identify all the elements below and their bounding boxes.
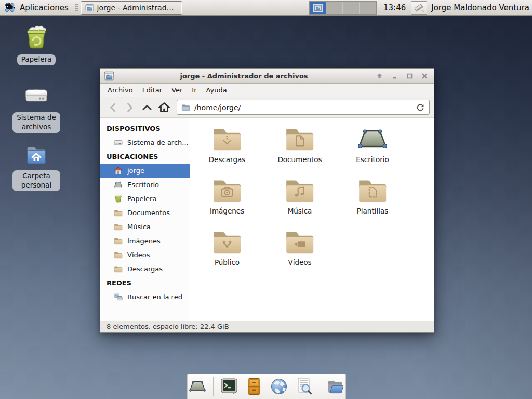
- files-grid: Descargas Documentos: [191, 126, 434, 280]
- applications-label: Aplicaciones: [20, 3, 69, 12]
- places-sidebar: DISPOSITIVOS Sistema de arch... UBICACIO…: [100, 118, 190, 321]
- application-finder-launcher[interactable]: [295, 377, 314, 396]
- file-publico[interactable]: Público: [191, 229, 263, 280]
- file-imagenes[interactable]: Imágenes: [191, 177, 263, 229]
- taskbar-window-title: jorge - Administrador de...: [97, 4, 178, 12]
- menu-ir[interactable]: Ir: [187, 86, 201, 94]
- search-document-icon: [295, 377, 313, 396]
- folder-downloads-icon: [210, 126, 244, 153]
- file-cabinet-icon: [246, 378, 262, 395]
- desktop-icon: [355, 126, 390, 153]
- chevron-right-icon: [123, 100, 137, 115]
- sidebar-item-escritorio[interactable]: Escritorio: [100, 178, 190, 192]
- hard-drive-icon: [23, 83, 50, 109]
- menu-editar[interactable]: Editar: [138, 86, 167, 94]
- eraser-icon: [413, 2, 425, 13]
- taskbar-window-button[interactable]: jorge - Administrador de...: [81, 1, 182, 15]
- sidebar-item-papelera[interactable]: Papelera: [100, 192, 190, 206]
- workspace-switcher: [309, 1, 377, 15]
- sidebar-item-videos[interactable]: Vídeos: [100, 248, 190, 262]
- reload-icon: [416, 103, 425, 112]
- desktop-icon-papelera[interactable]: Papelera: [9, 24, 63, 65]
- folder-icon: [114, 237, 123, 245]
- sidebar-header-ubicaciones: UBICACIONES: [100, 150, 190, 164]
- path-text: /home/jorge/: [194, 103, 411, 112]
- file-manager-window: jorge - Administrador de archivos Archiv…: [100, 68, 434, 332]
- folder-documents-icon: [283, 126, 317, 153]
- desktop-icon-label: Sistema de archivos: [12, 112, 60, 133]
- top-panel: Aplicaciones jorge - Administrador de...…: [0, 0, 532, 16]
- maximize-button[interactable]: [406, 72, 413, 79]
- file-documentos[interactable]: Documentos: [263, 126, 336, 177]
- network-icon: [114, 292, 123, 301]
- status-bar: 8 elementos, espacio libre: 22,4 GiB: [100, 321, 434, 332]
- workspace-4[interactable]: [360, 2, 376, 14]
- sidebar-item-sistema-de-archivos[interactable]: Sistema de arch...: [100, 136, 190, 150]
- home-icon: [157, 100, 171, 115]
- session-action-button[interactable]: [411, 1, 427, 15]
- show-desktop-icon: [188, 378, 207, 395]
- close-button[interactable]: [421, 72, 428, 79]
- file-manager-launcher[interactable]: [326, 377, 345, 396]
- reload-button[interactable]: [416, 103, 425, 112]
- home-icon: [114, 166, 123, 175]
- terminal-launcher[interactable]: [219, 377, 238, 396]
- sidebar-item-musica[interactable]: Música: [100, 220, 190, 234]
- window-titlebar[interactable]: jorge - Administrador de archivos: [100, 69, 434, 84]
- file-videos[interactable]: Vídeos: [263, 229, 336, 280]
- chevron-up-icon: [140, 100, 154, 115]
- folder-icon: [114, 265, 123, 273]
- sidebar-item-jorge[interactable]: jorge: [100, 164, 190, 178]
- status-text: 8 elementos, espacio libre: 22,4 GiB: [107, 323, 229, 330]
- dock-separator: [213, 377, 214, 396]
- sidebar-item-buscar-en-la-red[interactable]: Buscar en la red: [100, 290, 190, 304]
- file-view: Descargas Documentos: [190, 118, 434, 321]
- chevron-left-icon: [105, 100, 120, 115]
- folder-public-icon: [210, 229, 244, 256]
- forward-button[interactable]: [122, 100, 138, 115]
- show-desktop-button[interactable]: [188, 377, 207, 396]
- folder-icon: [114, 251, 123, 259]
- window-title: jorge - Administrador de archivos: [114, 72, 374, 80]
- folder-templates-icon: [355, 177, 390, 204]
- menu-ver[interactable]: Ver: [167, 86, 187, 94]
- folder-icon: [114, 223, 123, 231]
- web-browser-launcher[interactable]: [270, 377, 289, 396]
- up-button[interactable]: [139, 100, 155, 115]
- desktop-icon: [114, 180, 123, 189]
- workspace-window-thumbnail: [313, 4, 323, 12]
- desktop-icon-sistema-de-archivos[interactable]: Sistema de archivos: [9, 83, 63, 133]
- file-escritorio[interactable]: Escritorio: [336, 126, 409, 177]
- workspace-2[interactable]: [326, 2, 343, 14]
- sidebar-item-documentos[interactable]: Documentos: [100, 206, 190, 220]
- folder-videos-icon: [283, 229, 317, 256]
- shade-button[interactable]: [376, 72, 383, 79]
- home-button[interactable]: [156, 100, 172, 115]
- xfce-logo-icon: [3, 2, 16, 14]
- menu-archivo[interactable]: Archivo: [103, 86, 138, 94]
- desktop-icon-label: Papelera: [17, 54, 56, 65]
- panel-clock: 13:46: [383, 3, 406, 12]
- file-descargas[interactable]: Descargas: [191, 126, 263, 177]
- trash-full-icon: [23, 24, 50, 51]
- sidebar-item-imagenes[interactable]: Imágenes: [100, 234, 190, 248]
- workspace-3[interactable]: [343, 2, 360, 14]
- file-musica[interactable]: Música: [263, 177, 336, 229]
- sidebar-item-descargas[interactable]: Descargas: [100, 262, 190, 276]
- terminal-icon: [220, 378, 238, 395]
- path-entry[interactable]: /home/jorge/: [177, 100, 430, 115]
- desktop-icon-carpeta-personal[interactable]: Carpeta personal: [9, 142, 63, 191]
- logged-in-user-name: Jorge Maldonado Ventura: [431, 3, 529, 12]
- back-button[interactable]: [104, 100, 121, 115]
- file-cabinet-launcher[interactable]: [244, 377, 263, 396]
- globe-icon: [270, 377, 288, 396]
- applications-menu-button[interactable]: Aplicaciones: [0, 0, 73, 15]
- menu-ayuda[interactable]: Ayuda: [202, 86, 232, 94]
- file-plantillas[interactable]: Plantillas: [336, 177, 409, 229]
- folder-icon: [181, 103, 190, 111]
- workspace-1[interactable]: [310, 2, 326, 14]
- window-body: DISPOSITIVOS Sistema de arch... UBICACIO…: [100, 118, 434, 321]
- sidebar-header-dispositivos: DISPOSITIVOS: [100, 122, 190, 136]
- minimize-button[interactable]: [391, 72, 398, 79]
- toolbar: /home/jorge/: [100, 97, 434, 118]
